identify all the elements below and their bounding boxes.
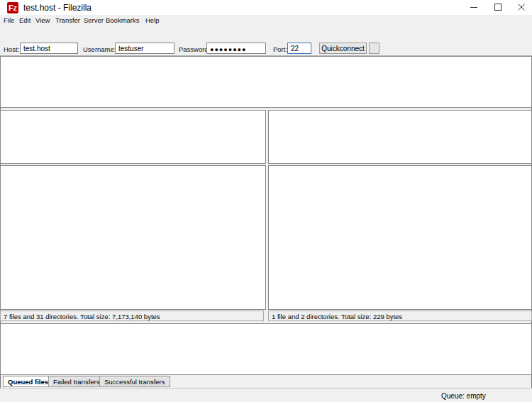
svg-text:Fz: Fz [9, 4, 18, 12]
